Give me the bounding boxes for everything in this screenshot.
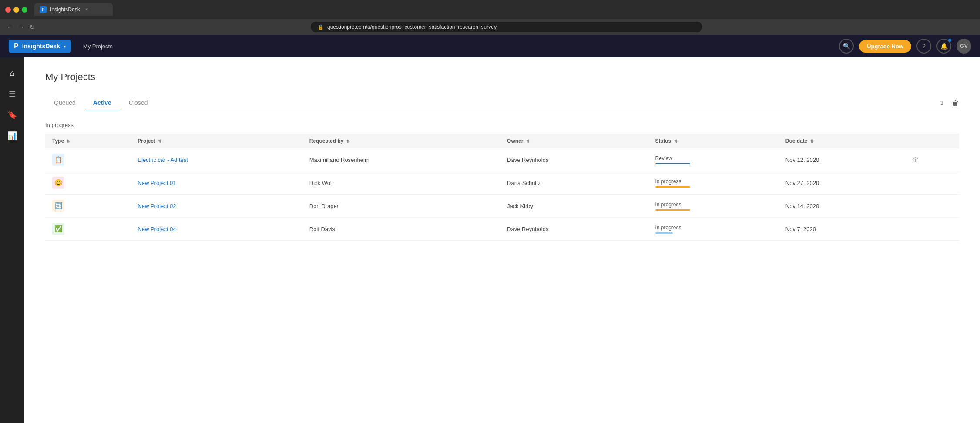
minimize-traffic-light[interactable] [13, 7, 19, 13]
cell-requested-by: Maximiliano Rosenheim [302, 148, 500, 171]
cell-type: 🔄 [45, 195, 131, 218]
cell-project: Electric car - Ad test [131, 148, 302, 171]
back-button[interactable]: ← [7, 24, 13, 30]
project-link[interactable]: New Project 04 [138, 226, 176, 232]
sidebar: ⌂ ☰ 🔖 📊 [0, 57, 24, 423]
tabs-container: Queued Active Closed 3 🗑 [45, 95, 959, 111]
cell-delete [906, 195, 959, 218]
status-label: In progress [655, 201, 772, 208]
col-type[interactable]: Type ⇅ [45, 134, 131, 148]
tab-active-label: Active [93, 99, 111, 106]
cell-type: 😊 [45, 171, 131, 195]
browser-titlebar: P InsightsDesk × [0, 0, 980, 19]
sort-type-icon: ⇅ [67, 139, 70, 144]
table-row: 😊New Project 01Dick WolfDaria SchultzIn … [45, 171, 959, 195]
cell-owner: Jack Kirby [500, 195, 648, 218]
upgrade-now-button[interactable]: Upgrade Now [859, 40, 911, 53]
row-delete-button[interactable]: 🗑 [913, 156, 919, 163]
col-status[interactable]: Status ⇅ [648, 134, 779, 148]
fullscreen-traffic-light[interactable] [22, 7, 27, 13]
col-type-label: Type [52, 138, 64, 144]
project-link[interactable]: Electric car - Ad test [138, 157, 188, 163]
status-bar [655, 163, 690, 164]
sort-requested-icon: ⇅ [346, 139, 350, 144]
cell-due-date: Nov 12, 2020 [779, 148, 906, 171]
sort-status-icon: ⇅ [674, 139, 678, 144]
help-icon: ? [922, 43, 926, 50]
help-button[interactable]: ? [916, 39, 931, 54]
table-row: 📋Electric car - Ad testMaximiliano Rosen… [45, 148, 959, 171]
tab-queued-label: Queued [54, 99, 76, 106]
tab-closed[interactable]: Closed [120, 95, 157, 111]
forward-button[interactable]: → [18, 24, 24, 30]
sidebar-item-chart[interactable]: 📊 [3, 127, 21, 144]
sort-project-icon: ⇅ [158, 139, 161, 144]
col-project-label: Project [138, 138, 155, 144]
cell-delete [906, 218, 959, 241]
table-row: ✅New Project 04Rolf DavisDave ReynholdsI… [45, 218, 959, 241]
main-content: My Projects Queued Active Closed 3 🗑 In … [24, 57, 980, 423]
cell-type: 📋 [45, 148, 131, 171]
notification-icon: 🔔 [940, 43, 948, 50]
search-icon: 🔍 [843, 43, 850, 50]
tab-favicon: P [40, 6, 47, 13]
cell-requested-by: Don Draper [302, 195, 500, 218]
col-project[interactable]: Project ⇅ [131, 134, 302, 148]
cell-due-date: Nov 7, 2020 [779, 218, 906, 241]
home-icon: ⌂ [10, 69, 15, 78]
project-link[interactable]: New Project 01 [138, 180, 176, 186]
cell-project: New Project 02 [131, 195, 302, 218]
sidebar-item-list[interactable]: ☰ [3, 85, 21, 103]
col-due-date[interactable]: Due date ⇅ [779, 134, 906, 148]
sidebar-item-bookmark[interactable]: 🔖 [3, 106, 21, 124]
tab-active[interactable]: Active [84, 95, 120, 111]
browser-addressbar: ← → ↻ 🔒 questionpro.com/a/questionpros_c… [0, 19, 980, 35]
app-body: ⌂ ☰ 🔖 📊 My Projects Queued Active Closed [0, 57, 980, 423]
cell-delete [906, 171, 959, 195]
tab-actions: 3 🗑 [940, 99, 959, 107]
lock-icon: 🔒 [318, 24, 324, 30]
cell-delete: 🗑 [906, 148, 959, 171]
header-actions: 🔍 Upgrade Now ? 🔔 GV [839, 39, 971, 54]
col-owner-label: Owner [507, 138, 523, 144]
bookmark-icon: 🔖 [7, 110, 17, 120]
avatar-button[interactable]: GV [957, 39, 971, 54]
tab-close-button[interactable]: × [85, 7, 88, 13]
cell-project: New Project 01 [131, 171, 302, 195]
table-header-row: Type ⇅ Project ⇅ Requested by ⇅ Owner ⇅ [45, 134, 959, 148]
browser-tab[interactable]: P InsightsDesk × [34, 3, 113, 16]
address-field[interactable]: 🔒 questionpro.com/a/questionpros_custome… [311, 22, 702, 32]
cell-status: In progress [648, 218, 779, 241]
cell-type: ✅ [45, 218, 131, 241]
brand[interactable]: P InsightsDesk ▾ [9, 40, 71, 53]
list-icon: ☰ [9, 89, 16, 99]
type-icon: ✅ [52, 223, 64, 235]
chart-icon: 📊 [7, 131, 17, 141]
address-text: questionpro.com/a/questionpros_customer_… [327, 24, 497, 30]
status-label: In progress [655, 178, 772, 185]
brand-name: InsightsDesk [22, 43, 60, 50]
col-actions [906, 134, 959, 148]
search-button[interactable]: 🔍 [839, 39, 854, 54]
page-title: My Projects [45, 71, 959, 83]
cell-status: In progress [648, 195, 779, 218]
tab-count: 3 [940, 100, 947, 106]
sidebar-item-home[interactable]: ⌂ [3, 64, 21, 82]
close-traffic-light[interactable] [5, 7, 11, 13]
cell-due-date: Nov 14, 2020 [779, 195, 906, 218]
app-header: P InsightsDesk ▾ My Projects 🔍 Upgrade N… [0, 35, 980, 57]
header-nav-label: My Projects [83, 43, 113, 50]
brand-logo: P [14, 42, 19, 50]
col-requested-by[interactable]: Requested by ⇅ [302, 134, 500, 148]
col-owner[interactable]: Owner ⇅ [500, 134, 648, 148]
cell-project: New Project 04 [131, 218, 302, 241]
status-label: In progress [655, 225, 772, 231]
cell-due-date: Nov 27, 2020 [779, 171, 906, 195]
table-row: 🔄New Project 02Don DraperJack KirbyIn pr… [45, 195, 959, 218]
project-link[interactable]: New Project 02 [138, 203, 176, 209]
col-requested-by-label: Requested by [309, 138, 344, 144]
section-label: In progress [45, 122, 959, 128]
tab-queued[interactable]: Queued [45, 95, 84, 111]
refresh-button[interactable]: ↻ [30, 24, 35, 30]
bulk-delete-icon[interactable]: 🗑 [952, 99, 959, 107]
